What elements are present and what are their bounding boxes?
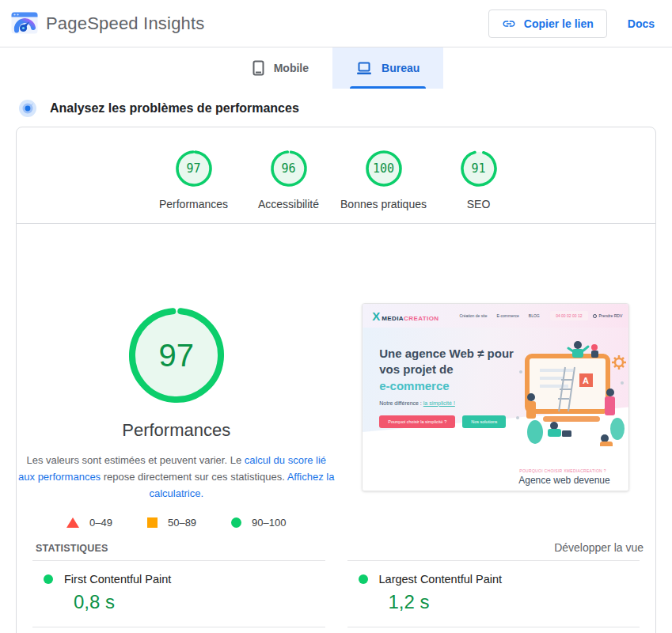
site-kicker: POURQUOI CHOISIR XMEDIACREATION ? — [519, 468, 606, 473]
hero-sub-prefix: Notre différence : — [379, 400, 423, 406]
copy-link-label: Copier le lien — [524, 17, 594, 30]
score-label: Bonnes pratiques — [340, 198, 427, 210]
pass-circle-icon — [231, 517, 241, 528]
site-logo-x: X — [372, 309, 380, 323]
hero-line: e-commerce — [379, 378, 628, 394]
section-title-row: Analysez les problèmes de performances — [19, 100, 672, 117]
clock-icon — [593, 314, 597, 318]
average-square-icon — [147, 517, 158, 528]
seo-gauge: 91 — [460, 150, 498, 188]
score-label: Accessibilité — [258, 198, 319, 210]
site-hero-buttons: Pourquoi choisir la simplicité ? Nos sol… — [379, 415, 628, 428]
legend-pass: 90–100 — [231, 517, 286, 529]
score-disclaimer: Les valeurs sont estimées et peuvent var… — [17, 453, 336, 502]
hero-sub-link: la simplicité ! — [423, 400, 455, 406]
site-phone: 04 00 02 00 12 — [550, 311, 587, 320]
site-nav-item: Création de site — [459, 313, 487, 318]
docs-link[interactable]: Docs — [628, 17, 655, 30]
accessibilite-gauge: 96 — [270, 150, 308, 188]
site-nav: Création de site E-commerce BLOG — [459, 313, 539, 318]
tab-mobile-label: Mobile — [274, 62, 309, 74]
accessibilite-score: 96 — [270, 150, 308, 188]
legend-fail: 0–49 — [66, 517, 112, 529]
metric-fcp: First Contentful Paint 0,8 s — [32, 560, 325, 627]
mobile-icon — [252, 60, 264, 76]
pass-dot-icon — [44, 574, 53, 584]
metric-tbt: Total Blocking Time — [32, 627, 325, 633]
site-header: X MEDIA CREATION Création de site E-comm… — [363, 304, 628, 328]
main-performance-gauge: 97 — [127, 306, 226, 404]
pagespeed-logo[interactable]: PageSpeed Insights — [11, 12, 205, 36]
site-logo-media: MEDIA — [382, 315, 404, 322]
link-icon — [502, 17, 516, 31]
disclaimer-text: Les valeurs sont estimées et peuvent var… — [26, 454, 244, 466]
report-card: 97 Performances 96 Accessibilité 100 — [16, 127, 656, 633]
fail-triangle-icon — [66, 517, 79, 528]
site-rdv: Prendre RDV — [593, 313, 623, 318]
site-bottom-title: Agence web devenue — [518, 475, 609, 486]
legend-average: 50–89 — [147, 517, 196, 529]
score-legend: 0–49 50–89 90–100 — [66, 517, 286, 529]
report-body: 97 Performances Les valeurs sont estimée… — [17, 224, 655, 529]
screenshot-column: X MEDIA CREATION Création de site E-comm… — [336, 224, 656, 529]
site-hero-subtext: Notre différence : la simplicité ! — [379, 400, 628, 406]
pass-dot-icon — [359, 574, 368, 584]
performance-gauge-label: Performances — [122, 420, 230, 441]
site-header-right: 04 00 02 00 12 Prendre RDV — [550, 311, 622, 320]
performances-score: 97 — [175, 150, 213, 188]
site-nav-item: E-commerce — [496, 313, 518, 318]
score-item-bonnes-pratiques[interactable]: 100 Bonnes pratiques — [336, 150, 431, 210]
hero-line: vos projet de — [379, 362, 628, 377]
site-hero: A — [363, 328, 628, 446]
score-item-accessibilite[interactable]: 96 Accessibilité — [241, 150, 336, 210]
pagespeed-logo-icon — [11, 12, 38, 36]
score-item-seo[interactable]: 91 SEO — [431, 150, 526, 210]
legend-range: 50–89 — [168, 517, 196, 529]
site-rdv-label: Prendre RDV — [599, 313, 623, 318]
expand-view-link[interactable]: Développer la vue — [554, 541, 644, 554]
score-label: SEO — [467, 198, 491, 210]
device-tabbar: Mobile Bureau — [0, 47, 672, 89]
app-title: PageSpeed Insights — [46, 13, 205, 34]
metric-cls: Cumulative Layout Shift — [347, 627, 640, 633]
site-nav-item: BLOG — [529, 313, 540, 318]
hero-line: Une agence Web ≠ pour — [379, 346, 628, 362]
metrics-grid: First Contentful Paint 0,8 s Largest Con… — [17, 560, 655, 633]
score-summary-row: 97 Performances 96 Accessibilité 100 — [17, 127, 655, 223]
tab-bureau-label: Bureau — [382, 62, 420, 74]
bonnes-pratiques-gauge: 100 — [365, 150, 403, 188]
stats-heading: STATISTIQUES — [36, 543, 108, 554]
site-screenshot-thumbnail[interactable]: X MEDIA CREATION Création de site E-comm… — [362, 303, 629, 491]
bonnes-pratiques-score: 100 — [365, 150, 403, 188]
copy-link-button[interactable]: Copier le lien — [488, 9, 607, 38]
seo-score: 91 — [460, 150, 498, 188]
site-hero-heading: Une agence Web ≠ pour vos projet de e-co… — [379, 346, 628, 394]
performance-summary: 97 Performances Les valeurs sont estimée… — [17, 224, 336, 529]
metric-label: Largest Contentful Paint — [379, 573, 503, 586]
site-hero-text: Une agence Web ≠ pour vos projet de e-co… — [363, 328, 628, 428]
disclaimer-text: repose directement sur ces statistiques. — [101, 471, 287, 483]
metric-label: First Contentful Paint — [64, 573, 171, 586]
performances-gauge: 97 — [175, 150, 213, 188]
legend-range: 0–49 — [89, 517, 112, 529]
score-item-performances[interactable]: 97 Performances — [146, 150, 241, 210]
main-performance-score: 97 — [127, 306, 226, 404]
tab-mobile[interactable]: Mobile — [229, 47, 332, 89]
desktop-icon — [356, 62, 372, 75]
stats-header: STATISTIQUES Développer la vue — [17, 541, 655, 560]
legend-range: 90–100 — [252, 517, 286, 529]
page-title: Analysez les problèmes de performances — [50, 101, 299, 116]
site-primary-button: Pourquoi choisir la simplicité ? — [379, 415, 455, 428]
site-logo: X MEDIA CREATION — [372, 309, 439, 323]
tab-bureau[interactable]: Bureau — [332, 47, 443, 89]
site-bottom-section: POURQUOI CHOISIR XMEDIACREATION ? Agence… — [363, 446, 628, 491]
metric-value: 0,8 s — [74, 591, 325, 613]
metric-value: 1,2 s — [389, 591, 640, 613]
app-header: PageSpeed Insights Copier le lien Docs — [0, 0, 672, 47]
score-label: Performances — [159, 198, 228, 210]
insights-icon — [19, 100, 36, 117]
site-secondary-button: Nos solutions — [462, 415, 506, 428]
metric-lcp: Largest Contentful Paint 1,2 s — [347, 560, 640, 627]
site-logo-creation: CREATION — [404, 315, 439, 322]
